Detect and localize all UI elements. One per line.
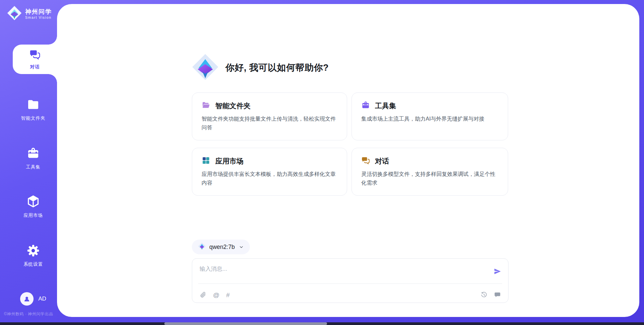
folder-icon: [26, 98, 40, 113]
user-name: AD: [38, 296, 46, 302]
model-logo-icon: [198, 242, 206, 252]
greeting-logo-icon: [191, 53, 219, 82]
card-chat[interactable]: 对话 灵活切换多模型文件，支持多样回复效果调试，满足个性化需求: [352, 148, 508, 196]
sidebar-item-app-market[interactable]: 应用市场: [9, 194, 57, 218]
app-window: 神州问学 Smart Vision 对话 智能文件夹: [0, 0, 644, 325]
card-description: 灵活切换多模型文件，支持多样回复效果调试，满足个性化需求: [361, 170, 498, 187]
sidebar-item-label: 工具集: [26, 164, 41, 170]
card-smart-folder[interactable]: 智能文件夹 智能文件夹功能支持批量文件上传与清洗，轻松实现文件问答: [192, 92, 347, 140]
folder-open-icon: [202, 101, 210, 111]
sidebar-item-smart-folder[interactable]: 智能文件夹: [9, 98, 57, 121]
sidebar-item-toolset[interactable]: 工具集: [9, 147, 57, 170]
toolbox-icon: [26, 147, 40, 161]
card-title: 智能文件夹: [215, 101, 251, 111]
mention-icon[interactable]: @: [213, 292, 219, 298]
sidebar-item-label: 智能文件夹: [21, 115, 46, 121]
model-name: qwen2:7b: [209, 244, 235, 251]
card-description: 应用市场提供丰富长文本模板，助力高效生成多样化文章内容: [202, 170, 337, 187]
card-app-market[interactable]: 应用市场 应用市场提供丰富长文本模板，助力高效生成多样化文章内容: [192, 148, 347, 196]
toolbox-icon: [361, 101, 370, 111]
user-account[interactable]: AD: [9, 292, 57, 306]
cube-icon: [26, 194, 40, 210]
sidebar: 神州问学 Smart Vision 对话 智能文件夹: [0, 0, 57, 325]
avatar: [20, 292, 34, 306]
sidebar-item-chat[interactable]: 对话: [13, 45, 57, 74]
person-icon: [23, 295, 31, 303]
chat-icon: [29, 49, 41, 62]
greeting-text: 你好, 我可以如何帮助你?: [225, 62, 329, 74]
hash-icon[interactable]: #: [226, 292, 230, 298]
horizontal-scrollbar-thumb[interactable]: [164, 322, 327, 325]
model-selector[interactable]: qwen2:7b: [192, 240, 250, 254]
sidebar-item-label: 对话: [30, 64, 40, 70]
sidebar-item-settings[interactable]: 系统设置: [9, 244, 57, 267]
greeting: 你好, 我可以如何帮助你?: [191, 53, 329, 82]
card-title: 对话: [375, 156, 389, 166]
card-title: 应用市场: [215, 156, 244, 166]
composer-toolbar: @ #: [200, 289, 501, 300]
copyright-text: ©神州数码 · 神州问学出品: [0, 311, 57, 317]
brand-name: 神州问学: [25, 8, 52, 16]
attachment-icon[interactable]: [200, 291, 206, 298]
chat-bubble-icon[interactable]: [494, 291, 501, 298]
brand-subtitle: Smart Vision: [25, 15, 52, 19]
card-title: 工具集: [375, 101, 396, 111]
card-description: 智能文件夹功能支持批量文件上传与清洗，轻松实现文件问答: [202, 115, 337, 132]
grid-icon: [202, 156, 210, 166]
diamond-logo-icon: [7, 5, 22, 22]
card-toolset[interactable]: 工具集 集成市场上主流工具，助力AI与外界无缝扩展与对接: [352, 92, 508, 140]
chat-icon: [361, 156, 370, 166]
chevron-down-icon: [239, 245, 244, 250]
horizontal-scrollbar-track[interactable]: [0, 322, 644, 325]
sidebar-item-label: 应用市场: [23, 212, 43, 218]
message-input[interactable]: [200, 264, 485, 274]
history-icon[interactable]: [481, 291, 487, 298]
feature-cards: 智能文件夹 智能文件夹功能支持批量文件上传与清洗，轻松实现文件问答 工具集 集成…: [192, 92, 508, 196]
send-icon[interactable]: [493, 267, 501, 275]
gear-icon: [26, 244, 40, 259]
brand: 神州问学 Smart Vision: [7, 5, 52, 22]
sidebar-item-label: 系统设置: [23, 261, 43, 267]
composer: @ #: [192, 258, 508, 303]
composer-divider: [198, 283, 502, 284]
card-description: 集成市场上主流工具，助力AI与外界无缝扩展与对接: [361, 115, 498, 123]
